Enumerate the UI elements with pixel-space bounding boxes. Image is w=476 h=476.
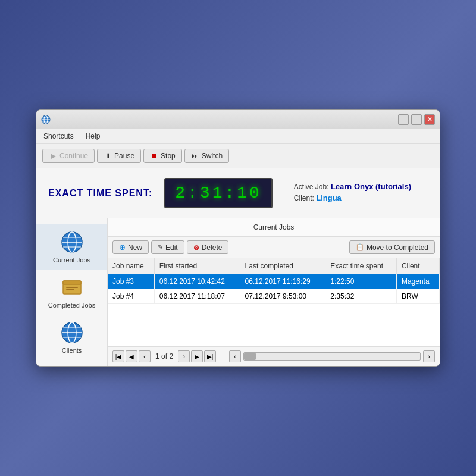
scrollbar-thumb (244, 353, 256, 360)
prev-page-button-2[interactable]: ‹ (139, 350, 151, 362)
table-cell-4: Magenta (396, 274, 439, 289)
active-job-info: Active Job: Learn Onyx (tutorials) Clien… (294, 182, 411, 205)
title-bar: – □ ✕ (36, 110, 440, 129)
sidebar-item-clients[interactable]: Clients (36, 315, 107, 360)
jobs-table: Job name First started Last completed Ex… (108, 258, 440, 304)
stop-icon: ⏹ (150, 152, 158, 160)
svg-rect-13 (66, 287, 78, 288)
current-jobs-icon (60, 230, 84, 254)
jobs-toolbar: ⊕ New ✎ Edit ⊗ Delete 📋 Move to Complete… (108, 237, 440, 258)
new-button[interactable]: ⊕ New (112, 240, 149, 254)
current-page: 1 (155, 352, 159, 361)
stop-button[interactable]: ⏹ Stop (143, 149, 182, 163)
col-client: Client (396, 258, 439, 274)
completed-jobs-icon (60, 275, 84, 299)
menu-shortcuts[interactable]: Shortcuts (41, 131, 76, 142)
move-icon: 📋 (356, 243, 364, 251)
col-exact-time: Exact time spent (325, 258, 397, 274)
time-label: EXACT TIME SPENT: (48, 188, 152, 199)
table-cell-4: BRW (396, 289, 439, 304)
move-to-completed-button[interactable]: 📋 Move to Completed (349, 240, 435, 254)
pagination: |◀ ◀ ‹ 1 of 2 › ▶ ▶| ‹ (108, 346, 440, 366)
table-cell-0: Job #4 (108, 289, 154, 304)
time-section: EXACT TIME SPENT: 2:31:10 Active Job: Le… (36, 168, 440, 218)
continue-button[interactable]: ▶ Continue (42, 149, 95, 163)
col-first-started: First started (154, 258, 240, 274)
table-row[interactable]: Job #306.12.2017 10:42:4206.12.2017 11:1… (108, 274, 440, 289)
client-row: Client: Lingua (294, 193, 411, 202)
sidebar-item-current-jobs[interactable]: Current Jobs (36, 224, 107, 270)
sidebar-item-completed-jobs[interactable]: Completed Jobs (36, 270, 107, 315)
delete-icon: ⊗ (193, 243, 199, 252)
col-last-completed: Last completed (240, 258, 325, 274)
switch-icon: ⏭ (191, 152, 199, 160)
table-cell-3: 2:35:32 (325, 289, 397, 304)
scroll-left-button[interactable]: ‹ (229, 350, 241, 362)
continue-icon: ▶ (49, 152, 57, 160)
first-page-button[interactable]: |◀ (112, 350, 124, 362)
pause-icon: ⏸ (104, 152, 112, 160)
delete-button[interactable]: ⊗ Delete (187, 240, 229, 254)
clients-label: Clients (62, 347, 82, 354)
svg-rect-14 (66, 289, 74, 290)
title-bar-left (41, 115, 51, 124)
prev-page-button[interactable]: ◀ (126, 350, 137, 362)
title-controls: – □ ✕ (398, 114, 435, 125)
horizontal-scrollbar[interactable] (243, 352, 421, 361)
jobs-panel: Current Jobs ⊕ New ✎ Edit ⊗ Delete (108, 218, 440, 366)
close-button[interactable]: ✕ (424, 114, 435, 125)
jobs-table-container: Job name First started Last completed Ex… (108, 258, 440, 346)
panel-title: Current Jobs (108, 218, 440, 237)
active-job-label: Active Job: (294, 183, 329, 191)
menu-help[interactable]: Help (83, 131, 103, 142)
switch-button[interactable]: ⏭ Switch (184, 149, 229, 163)
sidebar: Current Jobs Completed Jobs (36, 218, 108, 366)
edit-icon: ✎ (158, 243, 163, 251)
current-jobs-label: Current Jobs (53, 256, 90, 264)
client-label: Client: (294, 194, 314, 202)
main-toolbar: ▶ Continue ⏸ Pause ⏹ Stop ⏭ Switch (36, 144, 440, 168)
main-window: – □ ✕ Shortcuts Help ▶ Continue ⏸ Pause … (36, 109, 440, 367)
time-display: 2:31:10 (164, 178, 273, 208)
table-cell-2: 07.12.2017 9:53:00 (240, 289, 325, 304)
table-cell-0: Job #3 (108, 274, 154, 289)
table-cell-1: 06.12.2017 10:42:42 (154, 274, 240, 289)
svg-rect-11 (63, 281, 81, 284)
of-label: of (161, 352, 169, 361)
completed-jobs-label: Completed Jobs (48, 302, 96, 309)
page-info: 1 of 2 (152, 352, 177, 361)
col-job-name: Job name (108, 258, 154, 274)
scroll-right-button[interactable]: › (423, 350, 435, 362)
main-area: Current Jobs Completed Jobs (36, 218, 440, 366)
table-row[interactable]: Job #406.12.2017 11:18:0707.12.2017 9:53… (108, 289, 440, 304)
table-cell-1: 06.12.2017 11:18:07 (154, 289, 240, 304)
table-cell-3: 1:22:50 (325, 274, 397, 289)
next-page-button-2[interactable]: ▶ (191, 350, 203, 362)
new-icon: ⊕ (119, 243, 126, 252)
edit-button[interactable]: ✎ Edit (151, 240, 184, 254)
client-value: Lingua (316, 193, 342, 202)
next-page-button[interactable]: › (178, 350, 190, 362)
pause-button[interactable]: ⏸ Pause (97, 149, 141, 163)
app-icon (41, 115, 51, 124)
minimize-button[interactable]: – (398, 114, 409, 125)
total-pages: 2 (169, 352, 173, 361)
menu-bar: Shortcuts Help (36, 129, 440, 144)
horizontal-scroll-area: ‹ › (229, 350, 435, 362)
maximize-button[interactable]: □ (411, 114, 422, 125)
active-job-value: Learn Onyx (tutorials) (331, 182, 411, 191)
clients-icon (60, 321, 84, 345)
table-cell-2: 06.12.2017 11:16:29 (240, 274, 325, 289)
last-page-button[interactable]: ▶| (204, 350, 216, 362)
desktop-background: – □ ✕ Shortcuts Help ▶ Continue ⏸ Pause … (0, 0, 476, 476)
table-header-row: Job name First started Last completed Ex… (108, 258, 440, 274)
active-job-row: Active Job: Learn Onyx (tutorials) (294, 182, 411, 191)
